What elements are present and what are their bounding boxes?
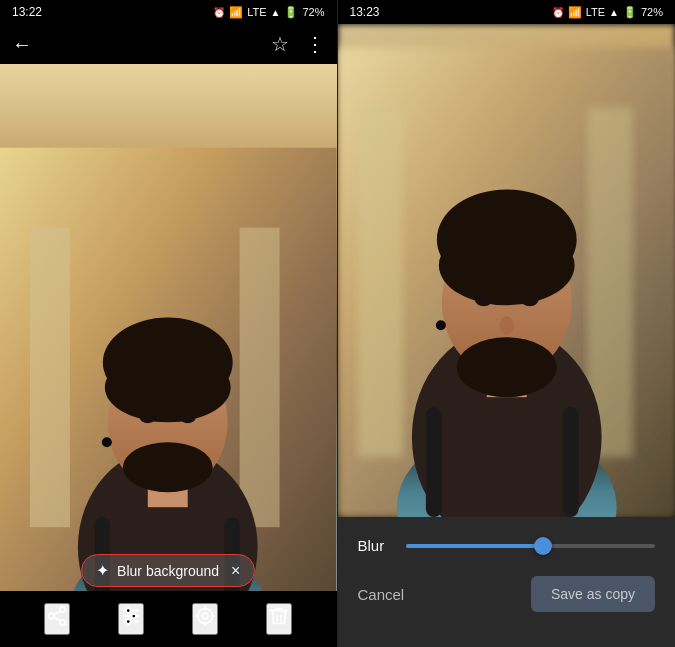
left-bottom-toolbar: [0, 591, 337, 647]
svg-rect-46: [425, 407, 441, 517]
svg-point-11: [123, 442, 213, 492]
left-time: 13:22: [12, 5, 42, 19]
back-arrow-icon: ←: [12, 33, 32, 56]
right-status-bar: 13:23 ⏰ 📶 LTE ▲ 🔋 72%: [338, 0, 676, 24]
edit-panel: Blur Cancel Save as copy: [338, 517, 676, 647]
svg-point-25: [126, 619, 131, 624]
right-status-icons: ⏰ 📶 LTE ▲ 🔋 72%: [552, 6, 663, 19]
sliders-icon: [120, 605, 142, 627]
lte-text: LTE: [247, 6, 266, 18]
more-icon: ⋮: [305, 32, 325, 56]
svg-point-43: [499, 316, 513, 334]
right-time: 13:23: [350, 5, 380, 19]
left-photo-area: ✦ Blur background ×: [0, 64, 337, 647]
slider-track: [406, 544, 656, 548]
svg-point-23: [126, 608, 131, 613]
left-panel: 13:22 ⏰ 📶 LTE ▲ 🔋 72% ← ☆ ⋮: [0, 0, 337, 647]
svg-line-19: [54, 611, 60, 615]
right-battery-percent: 72%: [641, 6, 663, 18]
cancel-button[interactable]: Cancel: [358, 586, 405, 603]
slider-fill: [406, 544, 543, 548]
left-status-bar: 13:22 ⏰ 📶 LTE ▲ 🔋 72%: [0, 0, 337, 24]
right-photo-area: [338, 24, 676, 517]
signal-icon: 📶: [229, 6, 243, 19]
sparkle-icon: ✦: [96, 561, 109, 580]
svg-point-48: [435, 320, 445, 330]
top-bar-right-icons: ☆ ⋮: [271, 32, 325, 56]
more-button[interactable]: ⋮: [305, 32, 325, 56]
chip-close-icon[interactable]: ×: [231, 562, 240, 580]
svg-rect-1: [30, 228, 70, 528]
battery-icon: 🔋: [284, 6, 298, 19]
battery-percent: 72%: [302, 6, 324, 18]
blur-chip-label: Blur background: [117, 563, 219, 579]
svg-point-42: [520, 292, 538, 306]
right-photo-svg: [338, 24, 676, 517]
svg-point-40: [438, 225, 574, 305]
signal-arrow-icon: ▲: [271, 7, 281, 18]
svg-rect-47: [562, 407, 578, 517]
right-signal-icon: 📶: [568, 6, 582, 19]
blur-label: Blur: [358, 537, 394, 554]
alarm-icon: ⏰: [213, 7, 225, 18]
camera-button[interactable]: [192, 603, 218, 635]
blur-slider-container[interactable]: [406, 544, 656, 548]
edit-button[interactable]: [118, 603, 144, 635]
back-button[interactable]: ←: [12, 33, 32, 56]
svg-point-45: [456, 337, 556, 397]
svg-point-27: [203, 613, 209, 619]
svg-point-9: [140, 411, 156, 423]
svg-point-8: [105, 352, 231, 422]
svg-point-14: [102, 437, 112, 447]
right-battery-icon: 🔋: [623, 6, 637, 19]
svg-rect-33: [357, 108, 402, 457]
svg-rect-2: [240, 228, 280, 528]
share-button[interactable]: [44, 603, 70, 635]
right-lte-text: LTE: [586, 6, 605, 18]
svg-line-18: [54, 617, 60, 621]
delete-button[interactable]: [266, 603, 292, 635]
blur-slider-row: Blur: [338, 517, 676, 564]
left-status-icons: ⏰ 📶 LTE ▲ 🔋 72%: [213, 6, 324, 19]
svg-point-26: [198, 609, 213, 624]
right-signal-arrow-icon: ▲: [609, 7, 619, 18]
action-row: Cancel Save as copy: [338, 564, 676, 628]
star-button[interactable]: ☆: [271, 32, 289, 56]
right-panel: 13:23 ⏰ 📶 LTE ▲ 🔋 72%: [338, 0, 676, 647]
svg-point-41: [474, 292, 492, 306]
svg-point-10: [180, 411, 196, 423]
left-top-bar: ← ☆ ⋮: [0, 24, 337, 64]
trash-icon: [268, 605, 290, 627]
slider-thumb[interactable]: [534, 537, 552, 555]
blur-chip-container: ✦ Blur background ×: [0, 554, 337, 587]
star-icon: ☆: [271, 32, 289, 56]
camera-target-icon: [194, 605, 216, 627]
share-icon: [46, 605, 68, 627]
right-alarm-icon: ⏰: [552, 7, 564, 18]
svg-point-24: [132, 614, 137, 619]
save-as-copy-button[interactable]: Save as copy: [531, 576, 655, 612]
blur-background-chip[interactable]: ✦ Blur background ×: [81, 554, 255, 587]
